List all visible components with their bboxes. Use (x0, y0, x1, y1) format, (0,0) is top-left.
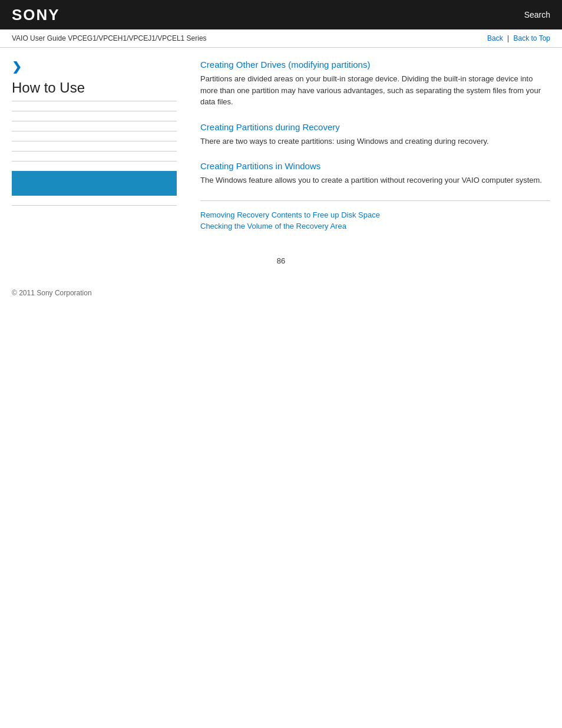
chevron-right-icon: ❯ (12, 60, 177, 74)
nav-links: Back | Back to Top (487, 34, 550, 42)
section-other-drives-title[interactable]: Creating Other Drives (modifying partiti… (200, 60, 550, 70)
back-to-top-link[interactable]: Back to Top (514, 34, 550, 42)
page-number: 86 (0, 256, 562, 265)
sidebar: ❯ How to Use (12, 60, 189, 233)
sidebar-divider-1 (12, 111, 177, 111)
sidebar-divider-4 (12, 141, 177, 141)
breadcrumb-bar: VAIO User Guide VPCEG1/VPCEH1/VPCEJ1/VPC… (0, 29, 562, 48)
sidebar-divider-3 (12, 131, 177, 131)
sidebar-title: How to Use (12, 80, 177, 101)
section-partitions-windows: Creating Partitions in Windows The Windo… (200, 161, 550, 186)
sidebar-divider-6 (12, 161, 177, 162)
footer: © 2011 Sony Corporation (0, 277, 562, 309)
section-partitions-recovery-title[interactable]: Creating Partitions during Recovery (200, 122, 550, 132)
sony-logo: SONY (12, 6, 60, 24)
section-partitions-windows-title[interactable]: Creating Partitions in Windows (200, 161, 550, 171)
link-removing[interactable]: Removing Recovery Contents to Free up Di… (200, 210, 550, 219)
copyright-text: © 2011 Sony Corporation (12, 289, 92, 297)
section-other-drives-body: Partitions are divided areas on your bui… (200, 73, 550, 108)
main-layout: ❯ How to Use Creating Other Drives (modi… (0, 48, 562, 245)
sidebar-divider-7 (12, 205, 177, 206)
links-section: Removing Recovery Contents to Free up Di… (200, 200, 550, 230)
sidebar-highlight-box (12, 171, 177, 196)
content-area: Creating Other Drives (modifying partiti… (189, 60, 550, 233)
section-partitions-recovery: Creating Partitions during Recovery Ther… (200, 122, 550, 147)
back-link[interactable]: Back (487, 34, 503, 42)
section-partitions-recovery-body: There are two ways to create partitions:… (200, 136, 550, 147)
breadcrumb-title: VAIO User Guide VPCEG1/VPCEH1/VPCEJ1/VPC… (12, 34, 207, 42)
sidebar-divider-2 (12, 121, 177, 121)
page-header: SONY Search (0, 0, 562, 29)
sidebar-divider-5 (12, 151, 177, 151)
section-other-drives: Creating Other Drives (modifying partiti… (200, 60, 550, 108)
section-partitions-windows-body: The Windows feature allows you to create… (200, 174, 550, 186)
search-button[interactable]: Search (524, 10, 550, 19)
link-checking[interactable]: Checking the Volume of the Recovery Area (200, 222, 550, 230)
